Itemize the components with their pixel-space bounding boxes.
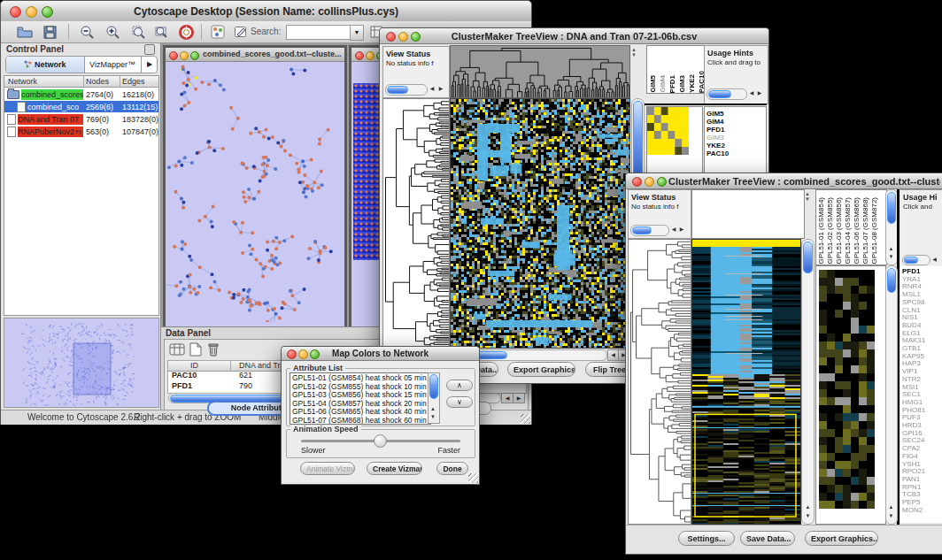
scroll-up-icon[interactable]: ▲	[887, 245, 895, 253]
close-button[interactable]	[355, 51, 364, 60]
gene-label[interactable]: PFD1	[706, 126, 766, 134]
scroll-up-icon[interactable]: ▲	[887, 503, 895, 511]
scroll-right-icon[interactable]: ▶	[755, 89, 764, 97]
gene-label[interactable]: PAC10	[706, 150, 766, 157]
speed-slider-thumb[interactable]	[374, 434, 387, 448]
minimize-button[interactable]	[298, 349, 308, 359]
new-attribute-icon[interactable]	[189, 342, 202, 360]
minimize-button[interactable]	[180, 51, 189, 60]
tabs-more-button[interactable]: ▶	[141, 57, 158, 73]
dialog-titlebar[interactable]: Map Colors to Network	[282, 347, 479, 361]
row-dendrogram[interactable]	[628, 239, 691, 525]
animate-vizmap-button[interactable]: Animate Vizmap	[300, 462, 355, 475]
attribute-item[interactable]: GPL51-07 (GSM868) heat shock 60 min	[292, 417, 430, 425]
birdseye-canvas[interactable]	[4, 318, 158, 407]
cytoscape-titlebar[interactable]: Cytoscape Desktop (Session Name: collins…	[1, 1, 531, 22]
delete-attribute-icon[interactable]	[207, 342, 220, 360]
scroll-left-icon[interactable]: ◀	[501, 393, 513, 403]
network-row-rnapuber[interactable]: RNAPuberNov2+ı 563(0) 107847(0)	[4, 126, 158, 137]
vizmapper-icon[interactable]	[206, 23, 229, 41]
open-icon[interactable]	[13, 23, 36, 41]
gene-label[interactable]: GIM4	[706, 118, 766, 126]
scroll-down-icon[interactable]: ▼	[887, 512, 895, 520]
row-dendrogram[interactable]	[382, 98, 450, 349]
export-graphics-button[interactable]: Export Graphics...	[507, 362, 575, 377]
network-view-canvas[interactable]	[166, 61, 339, 322]
attribute-list[interactable]: GPL51-01 (GSM854) heat shock 05 minGPL51…	[290, 372, 431, 425]
create-vizmap-button[interactable]: Create Vizmap	[367, 462, 422, 475]
attribute-item[interactable]: GPL51-06 (GSM865) heat shock 40 min	[292, 408, 430, 417]
zoom-button[interactable]	[657, 177, 667, 187]
usage-hints-scrollbar[interactable]	[902, 255, 930, 265]
zoom-vscrollbar[interactable]: ▲ ▼	[885, 265, 898, 525]
usage-hints-scrollbar[interactable]	[706, 88, 747, 100]
network-row-combined-scores[interactable]: combined_scores_ 2764(0) 16218(0)	[4, 88, 158, 100]
save-icon[interactable]	[38, 23, 61, 41]
birdseye-view[interactable]	[4, 318, 159, 408]
done-button[interactable]: Done	[436, 462, 468, 475]
scroll-right-icon[interactable]: ▶	[677, 226, 686, 234]
tab-network[interactable]: Network	[6, 57, 85, 73]
minimize-button[interactable]	[366, 51, 374, 60]
close-button[interactable]	[632, 177, 642, 187]
move-down-button[interactable]: ∨	[446, 396, 473, 408]
scrollbar-thumb[interactable]	[887, 192, 896, 224]
close-button[interactable]	[287, 349, 297, 359]
scrollbar-thumb[interactable]	[429, 374, 438, 399]
resize-grip[interactable]	[468, 473, 478, 483]
scroll-left-icon[interactable]: ◀	[428, 85, 436, 93]
attribute-item[interactable]: GPL51-01 (GSM854) heat shock 05 min	[292, 374, 430, 383]
zoom-out-icon[interactable]	[75, 23, 98, 41]
scroll-left-icon[interactable]: ◀	[930, 256, 938, 264]
attribute-list-scrollbar[interactable]: ▲ ▼	[428, 372, 440, 424]
zoom-button[interactable]	[190, 51, 199, 60]
scroll-down-icon[interactable]: ▼	[804, 512, 812, 520]
zoom-selected-icon[interactable]	[127, 23, 150, 41]
zoom-heatmap-canvas[interactable]	[819, 270, 875, 509]
treeview2-titlebar[interactable]: ClusterMaker TreeView : combined_scores_…	[626, 173, 942, 189]
column-dendrogram[interactable]	[450, 45, 630, 98]
scroll-right-icon[interactable]: ▶	[436, 85, 445, 93]
scroll-up-icon[interactable]: ▲	[804, 503, 812, 511]
resize-grip[interactable]	[521, 414, 530, 424]
attribute-item[interactable]: GPL51-02 (GSM855) heat shock 10 min	[292, 383, 430, 392]
save-data-button[interactable]: Save Data...	[740, 531, 795, 546]
tab-vizmapper[interactable]: VizMapper™	[84, 57, 141, 73]
attribute-select-icon[interactable]	[169, 342, 185, 360]
attribute-item[interactable]: GPL51-03 (GSM856) heat shock 15 min	[292, 391, 430, 400]
scrollbar-thumb[interactable]	[803, 242, 813, 273]
scroll-down-icon[interactable]: ▼	[429, 413, 437, 421]
gene-label[interactable]: MON2	[902, 507, 942, 515]
help-icon[interactable]	[174, 23, 197, 41]
attribute-item[interactable]: GPL51-04 (GSM857) heat shock 20 min	[292, 400, 430, 409]
network-list-header[interactable]: Network Nodes Edges	[4, 76, 158, 88]
minimize-button[interactable]	[398, 32, 408, 42]
heatmap-canvas[interactable]	[450, 98, 630, 349]
search-dropdown-icon[interactable]: ▼	[350, 25, 364, 41]
scroll-up-icon[interactable]: ▲▼	[631, 47, 637, 58]
network-row-dna-tran[interactable]: DNA and Tran 07 769(0) 183728(0)	[4, 113, 158, 125]
minimize-button[interactable]	[645, 177, 654, 187]
scroll-right-icon[interactable]: ▶	[513, 393, 525, 403]
gene-label[interactable]: YKE2	[706, 142, 766, 150]
scrollbar-thumb[interactable]	[387, 86, 408, 94]
export-graphics-button[interactable]: Export Graphics...	[805, 531, 878, 546]
search-input[interactable]	[286, 25, 353, 40]
scrollbar-thumb[interactable]	[887, 268, 896, 293]
settings-button[interactable]: Settings...	[678, 531, 735, 546]
scroll-up-icon[interactable]: ▲▼	[805, 191, 810, 202]
scroll-down-icon[interactable]: ▼	[887, 253, 895, 261]
network-row-selected[interactable]: combined_sco 2569(6) 13112(15)	[4, 101, 158, 112]
close-button[interactable]	[386, 32, 396, 42]
scrollbar-thumb[interactable]	[632, 226, 652, 234]
zoom-fit-icon[interactable]	[150, 23, 173, 41]
gene-label[interactable]: GIM5	[706, 110, 766, 118]
heatmap-vscrollbar[interactable]: ▲ ▼	[801, 239, 815, 525]
treeview1-titlebar[interactable]: ClusterMaker TreeView : DNA and Tran 07-…	[380, 28, 768, 44]
scrollbar-thumb[interactable]	[633, 101, 643, 179]
scrollbar-thumb[interactable]	[708, 90, 731, 98]
zoom-in-icon[interactable]	[101, 23, 124, 41]
move-up-button[interactable]: ∧	[446, 380, 473, 391]
view-status-scrollbar[interactable]	[630, 225, 669, 236]
view-status-scrollbar[interactable]	[385, 84, 428, 96]
